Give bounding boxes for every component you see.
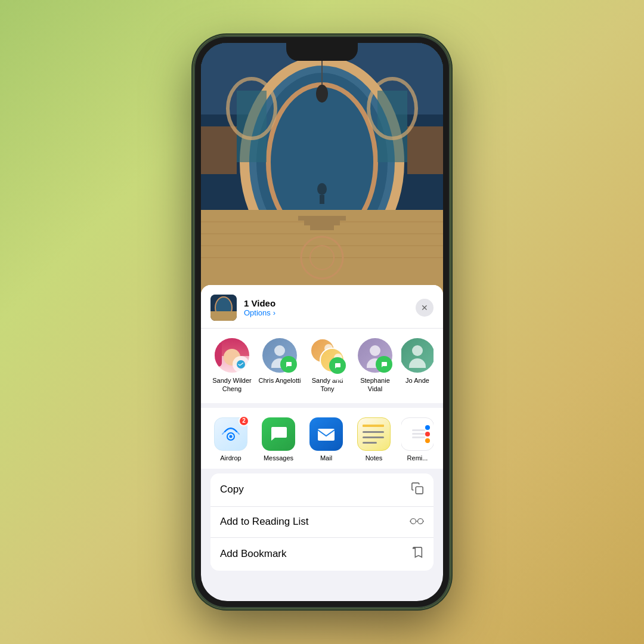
reading-list-label: Add to Reading List [220, 516, 308, 528]
svg-rect-23 [310, 225, 334, 230]
app-notes[interactable]: Notes [354, 417, 394, 462]
hero-image [201, 43, 443, 299]
close-button[interactable]: ✕ [416, 299, 434, 317]
contacts-scroll: Sandy Wilder Cheng [201, 336, 443, 396]
share-options-link[interactable]: Options › [244, 308, 408, 317]
contact-avatar-sandy-tony [310, 338, 345, 373]
messages-icon-sandy-tony [329, 357, 346, 374]
share-title: 1 Video [244, 298, 408, 308]
copy-icon [411, 482, 424, 498]
contact-name-chris: Chris Angelotti [259, 376, 301, 385]
svg-rect-29 [210, 311, 237, 321]
app-reminders[interactable]: Remi... [401, 417, 434, 462]
svg-rect-33 [318, 429, 335, 441]
phone-screen: 1 Video Options › ✕ [201, 43, 443, 601]
reminders-icon [401, 417, 434, 451]
app-airdrop[interactable]: 2 Airdrop [210, 417, 251, 462]
airdrop-icon: 2 [214, 417, 247, 451]
messages-icon-chris [280, 356, 297, 373]
messages-icon [262, 417, 295, 451]
svg-point-24 [317, 183, 327, 195]
app-name-notes: Notes [366, 454, 383, 462]
airdrop-badge: 2 [239, 416, 249, 426]
notes-icon [357, 417, 391, 451]
contact-jo[interactable]: Jo Ande [401, 338, 434, 394]
action-row: Copy Add to Reading List [210, 473, 434, 571]
apps-section: 2 Airdrop [201, 408, 443, 469]
app-mail[interactable]: Mail [306, 417, 346, 462]
app-name-reminders: Remi... [407, 454, 428, 462]
svg-rect-25 [320, 195, 324, 204]
svg-rect-16 [377, 91, 407, 162]
contact-avatar-chris [262, 338, 297, 373]
telegram-icon [233, 356, 249, 373]
close-icon: ✕ [421, 303, 428, 312]
phone-notch [286, 43, 358, 61]
share-header: 1 Video Options › ✕ [201, 285, 443, 329]
svg-point-35 [411, 518, 416, 524]
svg-rect-21 [298, 216, 346, 221]
contact-sandy-tony[interactable]: Sandy and Tony [306, 338, 349, 394]
contact-avatar-sandy [215, 338, 249, 373]
contact-name-sandy: Sandy Wilder Cheng [210, 376, 253, 394]
svg-rect-15 [237, 91, 267, 162]
contact-name-stephanie: Stephanie Vidal [354, 376, 397, 394]
svg-rect-12 [407, 126, 443, 174]
chevron-right-icon: › [273, 308, 275, 317]
contact-chris[interactable]: Chris Angelotti [258, 338, 301, 394]
contact-stephanie[interactable]: Stephanie Vidal [354, 338, 397, 394]
contact-avatar-stephanie [358, 338, 392, 373]
book-icon [411, 546, 424, 562]
contact-avatar-jo [401, 338, 434, 373]
bookmark-action[interactable]: Add Bookmark [210, 538, 434, 571]
mail-icon [309, 417, 343, 451]
app-name-messages: Messages [264, 454, 293, 462]
app-name-mail: Mail [320, 454, 332, 462]
svg-point-32 [230, 435, 233, 438]
share-thumbnail [210, 295, 237, 321]
svg-point-14 [316, 85, 328, 103]
contacts-section: Sandy Wilder Cheng [201, 329, 443, 403]
contact-sandy[interactable]: Sandy Wilder Cheng [210, 338, 253, 394]
share-header-text: 1 Video Options › [244, 298, 408, 317]
share-sheet: 1 Video Options › ✕ [201, 285, 443, 601]
svg-point-36 [418, 518, 423, 524]
phone-body: 1 Video Options › ✕ [194, 36, 450, 608]
copy-label: Copy [220, 484, 244, 496]
svg-rect-22 [304, 221, 340, 225]
svg-rect-34 [416, 487, 423, 494]
phone-frame: 1 Video Options › ✕ [194, 36, 450, 608]
glasses-icon [410, 515, 424, 529]
contact-name-jo: Jo Ande [405, 376, 429, 385]
reading-list-action[interactable]: Add to Reading List [210, 507, 434, 538]
app-name-airdrop: Airdrop [220, 454, 241, 462]
copy-action[interactable]: Copy [210, 473, 434, 507]
app-messages[interactable]: Messages [258, 417, 299, 462]
svg-rect-11 [201, 126, 237, 174]
bookmark-label: Add Bookmark [220, 548, 287, 560]
messages-icon-stephanie [376, 356, 392, 373]
apps-scroll: 2 Airdrop [201, 415, 443, 464]
